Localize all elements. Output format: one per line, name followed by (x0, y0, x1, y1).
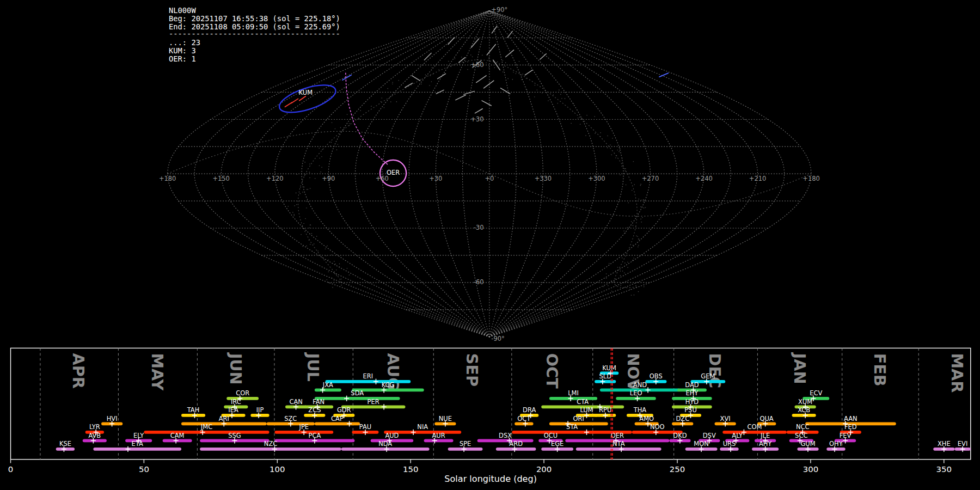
meteor-track-sporadic (484, 81, 494, 88)
star-speckle (349, 274, 350, 275)
star-speckle (505, 62, 506, 63)
star-speckle (420, 79, 421, 81)
star-speckle (641, 222, 642, 223)
star-speckle (594, 116, 595, 117)
shower-label-ALY: ALY (732, 432, 743, 439)
star-speckle (392, 82, 393, 83)
star-speckle (627, 227, 628, 228)
star-speckle (622, 258, 623, 259)
star-speckle (322, 149, 323, 150)
star-speckle (301, 234, 302, 235)
star-speckle (633, 246, 634, 247)
x-axis-tick-label: 0 (8, 464, 13, 474)
month-label-sep: SEP (463, 353, 481, 387)
shower-label-LEO: LEO (630, 389, 642, 397)
star-speckle (334, 280, 335, 281)
star-speckle (432, 68, 433, 69)
star-speckle (396, 101, 397, 102)
star-speckle (617, 150, 618, 151)
star-speckle (306, 207, 307, 209)
shower-label-DSX: DSX (499, 432, 512, 439)
star-speckle (306, 246, 307, 247)
meteor-track-sporadic (525, 70, 532, 75)
star-speckle (627, 267, 628, 268)
shower-label-AMO: AMO (639, 415, 654, 422)
star-speckle (529, 92, 530, 93)
star-speckle (507, 78, 509, 79)
star-speckle (522, 74, 523, 75)
star-speckle (573, 103, 574, 105)
shower-label-ORI: ORI (573, 415, 584, 422)
star-speckle (622, 267, 623, 268)
map-label-right-ascension: +210 (749, 175, 767, 182)
shower-label-NOO: NOO (650, 423, 665, 431)
star-speckle (640, 184, 641, 185)
map-label-south-pole: -90° (491, 335, 504, 342)
star-speckle (431, 81, 432, 82)
shower-label-COR: COR (236, 389, 249, 397)
star-speckle (497, 62, 498, 63)
meteor-radiant-plot: KUMOER +90°-90°+60+30-30-60+180+150+120+… (0, 0, 980, 490)
star-speckle (628, 173, 629, 174)
star-speckle (300, 187, 301, 188)
star-speckle (421, 84, 422, 85)
star-speckle (644, 200, 645, 201)
star-speckle (373, 119, 374, 120)
star-speckle (638, 245, 639, 246)
star-speckle (340, 282, 341, 283)
shower-label-IIP: IIP (256, 406, 264, 414)
x-axis-tick-label: 50 (139, 464, 149, 474)
meteor-track-sporadic (476, 76, 486, 83)
shower-label-OCT: OCT (517, 415, 531, 422)
x-axis-tick-label: 100 (270, 464, 285, 474)
star-speckle (519, 61, 520, 62)
shower-label-URS: URS (723, 440, 736, 448)
shower-bar-SDA (315, 397, 400, 400)
meteor-track-sporadic (540, 54, 546, 59)
map-label-north-pole: +90° (491, 6, 507, 14)
star-speckle (621, 166, 622, 167)
meteor-track-sporadic (464, 91, 475, 95)
meteor-track-sporadic (492, 26, 497, 33)
star-speckle (633, 161, 634, 162)
shower-label-ECV: ECV (810, 389, 822, 397)
star-speckle (559, 90, 560, 91)
map-label-declination: +60 (470, 61, 483, 69)
obs-begin-line: Beg: 20251107 16:55:38 (sol = 225.18°) (169, 14, 340, 23)
star-speckle (626, 185, 627, 186)
star-speckle (521, 79, 522, 80)
observation-info-panel: NL000W Beg: 20251107 16:55:38 (sol = 225… (169, 6, 340, 63)
star-speckle (616, 155, 617, 156)
star-speckle (429, 85, 430, 86)
star-speckle (634, 215, 635, 216)
star-speckle (612, 138, 613, 139)
meteor-track-kum (285, 102, 292, 107)
info-divider: -------------------------------------- (169, 29, 340, 38)
shower-label-IEA: IEA (228, 406, 238, 414)
star-speckle (606, 278, 607, 279)
star-speckle (613, 281, 614, 283)
shower-label-EHY: EHY (685, 389, 699, 397)
star-speckle (337, 144, 338, 145)
meteor-track-sporadic (475, 109, 482, 113)
star-speckle (328, 271, 329, 272)
shower-label-AUR: AUR (432, 432, 445, 439)
star-speckle (292, 212, 293, 213)
x-axis-tick-label: 150 (403, 464, 418, 474)
star-speckle (503, 71, 504, 72)
star-speckle (302, 246, 303, 247)
star-speckle (319, 165, 320, 166)
star-speckle (578, 118, 579, 119)
star-speckle (330, 146, 331, 147)
shower-bar-NZC (200, 448, 341, 451)
meteor-track-sporadic (507, 31, 512, 37)
star-speckle (347, 114, 348, 115)
star-speckle (615, 279, 616, 280)
star-speckle (425, 74, 426, 75)
star-speckle (336, 149, 338, 150)
map-label-right-ascension: +60 (376, 175, 389, 182)
star-speckle (296, 204, 297, 205)
star-speckle (349, 125, 350, 126)
radiant-drift-mark (342, 75, 351, 80)
star-speckle (459, 64, 460, 65)
